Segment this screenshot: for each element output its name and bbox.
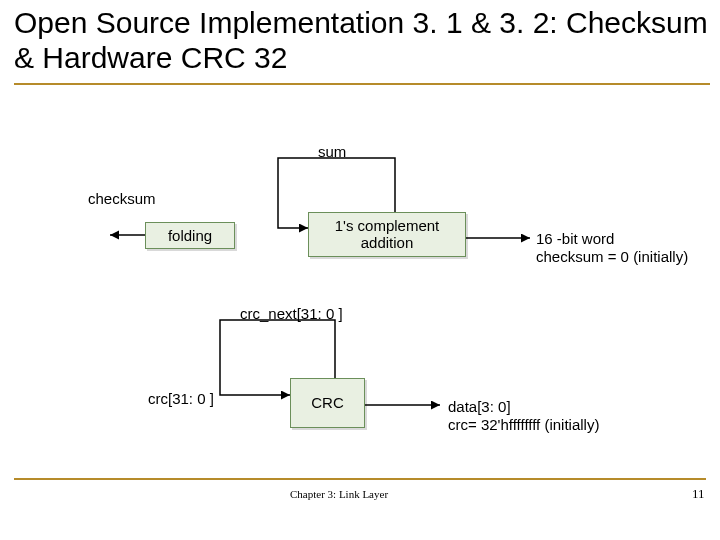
label-crc-next: crc_next[31: 0 ] — [240, 305, 360, 322]
label-data: data[3: 0] — [448, 398, 511, 415]
box-ones-complement-addition: 1's complement addition — [308, 212, 466, 257]
footer-text: Chapter 3: Link Layer — [290, 488, 388, 500]
label-crc-init: crc= 32'hffffffff (initially) — [448, 416, 599, 433]
label-16bit-word: 16 -bit word — [536, 230, 614, 247]
label-crc-reg: crc[31: 0 ] — [148, 390, 218, 407]
box-crc: CRC — [290, 378, 365, 428]
footer-underline — [14, 478, 706, 480]
page-number: 11 — [692, 486, 705, 502]
wires — [0, 0, 720, 540]
label-checksum-init: checksum = 0 (initially) — [536, 248, 688, 265]
box-folding: folding — [145, 222, 235, 249]
label-checksum: checksum — [88, 190, 156, 207]
